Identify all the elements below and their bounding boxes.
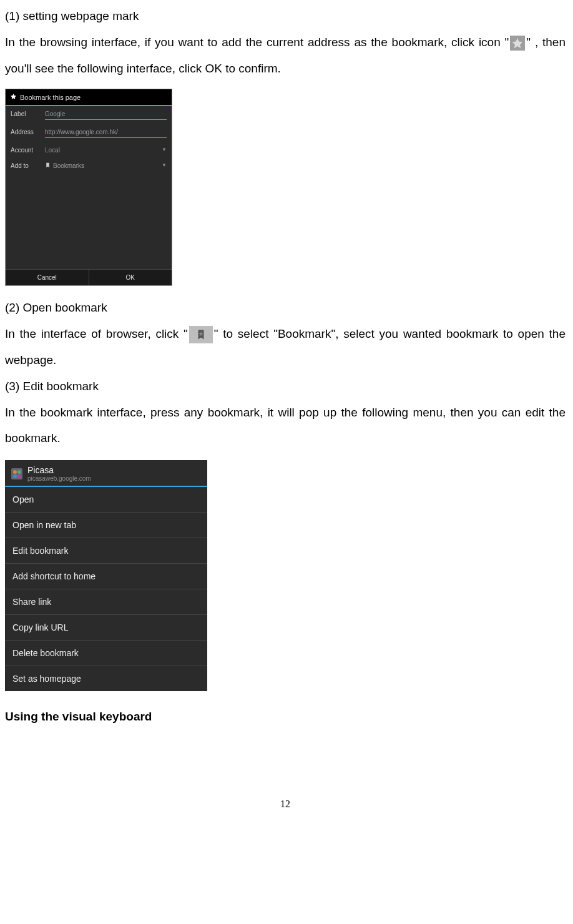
field-label: Address bbox=[11, 129, 45, 138]
address-input[interactable]: http://www.google.com.hk/ bbox=[45, 129, 167, 138]
menu-item-share-link[interactable]: Share link bbox=[5, 589, 207, 615]
chevron-down-icon: ▼ bbox=[162, 162, 167, 169]
field-label: Label bbox=[11, 111, 45, 120]
menu-title: Picasa bbox=[27, 465, 91, 475]
menu-header: Picasa picasaweb.google.com bbox=[5, 460, 207, 487]
picasa-icon bbox=[11, 468, 22, 479]
ok-button[interactable]: OK bbox=[89, 270, 172, 285]
bookmark-dialog-screenshot: Bookmark this page Label Google Address … bbox=[5, 89, 172, 286]
heading-1: (1) setting webpage mark bbox=[5, 3, 566, 29]
p2-text-a: In the interface of browser, click " bbox=[5, 327, 188, 340]
chevron-down-icon: ▼ bbox=[162, 147, 167, 154]
field-label: Account bbox=[11, 147, 45, 154]
menu-item-open[interactable]: Open bbox=[5, 487, 207, 513]
dialog-header: Bookmark this page bbox=[6, 89, 172, 106]
heading-3: (3) Edit bookmark bbox=[5, 373, 566, 400]
heading-2: (2) Open bookmark bbox=[5, 295, 566, 321]
address-row: Address http://www.google.com.hk/ bbox=[6, 124, 172, 142]
menu-item-edit-bookmark[interactable]: Edit bookmark bbox=[5, 538, 207, 564]
menu-url: picasaweb.google.com bbox=[27, 475, 91, 482]
account-select[interactable]: Local bbox=[45, 147, 162, 154]
addto-value-text: Bookmarks bbox=[53, 162, 84, 169]
label-input[interactable]: Google bbox=[45, 111, 167, 120]
bookmarks-icon bbox=[189, 326, 213, 343]
bookmark-icon bbox=[45, 162, 51, 169]
dialog-title: Bookmark this page bbox=[20, 94, 81, 101]
dialog-buttons: Cancel OK bbox=[6, 269, 172, 285]
paragraph-3: In the bookmark interface, press any boo… bbox=[5, 400, 566, 452]
menu-item-set-homepage[interactable]: Set as homepage bbox=[5, 666, 207, 691]
menu-item-delete-bookmark[interactable]: Delete bookmark bbox=[5, 641, 207, 666]
paragraph-1: In the browsing interface, if you want t… bbox=[5, 29, 566, 82]
star-icon bbox=[10, 93, 17, 101]
menu-item-add-shortcut[interactable]: Add shortcut to home bbox=[5, 564, 207, 589]
label-row: Label Google bbox=[6, 106, 172, 124]
p1-text-a: In the browsing interface, if you want t… bbox=[5, 36, 509, 49]
bookmark-menu-screenshot: Picasa picasaweb.google.com Open Open in… bbox=[5, 460, 207, 691]
menu-item-copy-url[interactable]: Copy link URL bbox=[5, 615, 207, 641]
star-icon bbox=[510, 36, 525, 51]
addto-select[interactable]: Bookmarks bbox=[45, 162, 162, 169]
cancel-button[interactable]: Cancel bbox=[6, 270, 89, 285]
heading-keyboard: Using the visual keyboard bbox=[5, 710, 566, 724]
addto-row: Add to Bookmarks ▼ bbox=[6, 158, 172, 174]
paragraph-2: In the interface of browser, click "" to… bbox=[5, 321, 566, 373]
account-row: Account Local ▼ bbox=[6, 142, 172, 158]
field-label: Add to bbox=[11, 162, 45, 169]
menu-item-open-new-tab[interactable]: Open in new tab bbox=[5, 513, 207, 538]
page-number: 12 bbox=[5, 799, 566, 810]
